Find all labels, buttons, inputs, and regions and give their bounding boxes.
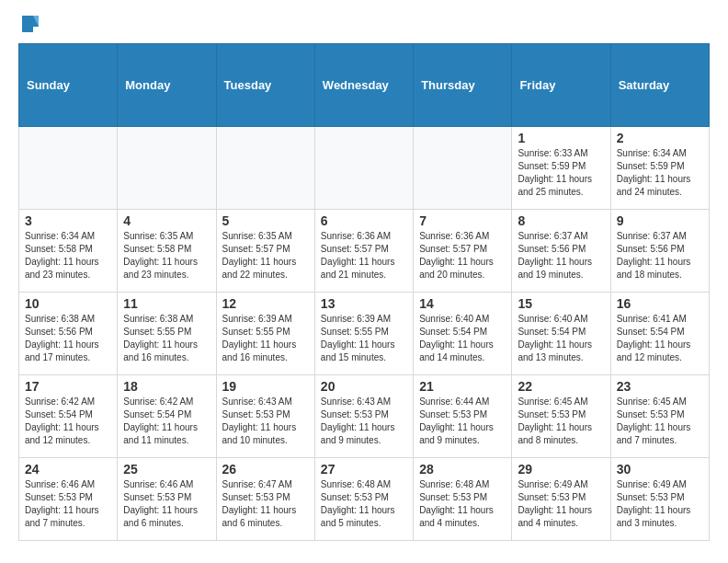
sunrise-label: Sunrise: 6:41 AM [617, 314, 687, 324]
day-info: Sunrise: 6:38 AM Sunset: 5:56 PM Dayligh… [25, 313, 111, 364]
calendar-cell: 11 Sunrise: 6:38 AM Sunset: 5:55 PM Dayl… [118, 293, 216, 375]
day-number: 14 [419, 296, 506, 311]
daylight-label: Daylight: 11 hours and 18 minutes. [617, 257, 691, 280]
sunrise-label: Sunrise: 6:38 AM [25, 314, 95, 324]
calendar-cell: 23 Sunrise: 6:45 AM Sunset: 5:53 PM Dayl… [610, 375, 709, 458]
sunrise-label: Sunrise: 6:36 AM [419, 231, 489, 241]
sunset-label: Sunset: 5:54 PM [518, 327, 586, 337]
calendar-cell: 30 Sunrise: 6:49 AM Sunset: 5:53 PM Dayl… [610, 458, 709, 541]
daylight-label: Daylight: 11 hours and 5 minutes. [321, 505, 395, 528]
day-number: 17 [25, 379, 111, 394]
sunrise-label: Sunrise: 6:43 AM [321, 396, 391, 407]
day-info: Sunrise: 6:35 AM Sunset: 5:58 PM Dayligh… [123, 230, 210, 282]
sunrise-label: Sunrise: 6:44 AM [419, 396, 489, 407]
sunset-label: Sunset: 5:53 PM [222, 409, 290, 419]
day-number: 27 [321, 462, 407, 477]
sunset-label: Sunset: 5:58 PM [25, 244, 93, 254]
day-number: 25 [123, 462, 210, 477]
day-number: 3 [25, 213, 111, 228]
calendar-cell: 1 Sunrise: 6:33 AM Sunset: 5:59 PM Dayli… [512, 127, 610, 210]
sunset-label: Sunset: 5:56 PM [617, 244, 685, 254]
day-number: 8 [518, 213, 604, 228]
day-header: Wednesday [314, 44, 413, 127]
daylight-label: Daylight: 11 hours and 12 minutes. [25, 422, 99, 445]
calendar-cell: 26 Sunrise: 6:47 AM Sunset: 5:53 PM Dayl… [216, 458, 314, 541]
day-header: Friday [512, 44, 610, 127]
day-number: 29 [518, 462, 604, 477]
sunset-label: Sunset: 5:54 PM [123, 409, 191, 419]
daylight-label: Daylight: 11 hours and 20 minutes. [419, 257, 494, 280]
sunset-label: Sunset: 5:56 PM [25, 327, 93, 337]
calendar-cell [414, 127, 512, 210]
day-header: Monday [118, 44, 216, 127]
calendar-cell [216, 127, 314, 210]
calendar-cell [118, 127, 216, 210]
daylight-label: Daylight: 11 hours and 4 minutes. [518, 505, 592, 528]
daylight-label: Daylight: 11 hours and 9 minutes. [419, 422, 494, 445]
day-info: Sunrise: 6:39 AM Sunset: 5:55 PM Dayligh… [321, 313, 407, 364]
sunrise-label: Sunrise: 6:43 AM [222, 396, 292, 407]
day-info: Sunrise: 6:33 AM Sunset: 5:59 PM Dayligh… [518, 147, 604, 199]
day-info: Sunrise: 6:46 AM Sunset: 5:53 PM Dayligh… [123, 478, 210, 530]
sunrise-label: Sunrise: 6:42 AM [123, 396, 193, 407]
day-info: Sunrise: 6:40 AM Sunset: 5:54 PM Dayligh… [419, 313, 506, 364]
sunrise-label: Sunrise: 6:42 AM [25, 396, 95, 407]
header [18, 14, 710, 34]
calendar-cell: 3 Sunrise: 6:34 AM Sunset: 5:58 PM Dayli… [19, 210, 118, 293]
sunset-label: Sunset: 5:59 PM [518, 161, 586, 171]
day-info: Sunrise: 6:37 AM Sunset: 5:56 PM Dayligh… [518, 230, 604, 282]
day-number: 21 [419, 379, 506, 394]
sunrise-label: Sunrise: 6:45 AM [617, 396, 687, 407]
calendar-cell: 9 Sunrise: 6:37 AM Sunset: 5:56 PM Dayli… [610, 210, 709, 293]
daylight-label: Daylight: 11 hours and 23 minutes. [25, 257, 99, 280]
sunrise-label: Sunrise: 6:39 AM [222, 314, 292, 324]
calendar-cell: 28 Sunrise: 6:48 AM Sunset: 5:53 PM Dayl… [414, 458, 512, 541]
sunset-label: Sunset: 5:53 PM [617, 409, 685, 419]
calendar-row: 10 Sunrise: 6:38 AM Sunset: 5:56 PM Dayl… [19, 293, 710, 375]
sunrise-label: Sunrise: 6:40 AM [419, 314, 489, 324]
sunrise-label: Sunrise: 6:38 AM [123, 314, 193, 324]
day-number: 28 [419, 462, 506, 477]
sunset-label: Sunset: 5:57 PM [321, 244, 389, 254]
sunset-label: Sunset: 5:57 PM [419, 244, 487, 254]
day-header: Saturday [610, 44, 709, 127]
day-number: 13 [321, 296, 407, 311]
day-number: 16 [617, 296, 703, 311]
day-number: 1 [518, 131, 604, 145]
day-info: Sunrise: 6:37 AM Sunset: 5:56 PM Dayligh… [617, 230, 703, 282]
calendar-row: 17 Sunrise: 6:42 AM Sunset: 5:54 PM Dayl… [19, 375, 710, 458]
daylight-label: Daylight: 11 hours and 15 minutes. [321, 339, 395, 362]
day-number: 23 [617, 379, 703, 394]
day-info: Sunrise: 6:44 AM Sunset: 5:53 PM Dayligh… [419, 396, 506, 447]
sunset-label: Sunset: 5:57 PM [222, 244, 290, 254]
day-header: Thursday [414, 44, 512, 127]
sunset-label: Sunset: 5:56 PM [518, 244, 586, 254]
day-number: 12 [222, 296, 309, 311]
day-number: 26 [222, 462, 309, 477]
day-info: Sunrise: 6:36 AM Sunset: 5:57 PM Dayligh… [321, 230, 407, 282]
day-info: Sunrise: 6:42 AM Sunset: 5:54 PM Dayligh… [25, 396, 111, 447]
day-header: Tuesday [216, 44, 314, 127]
daylight-label: Daylight: 11 hours and 10 minutes. [222, 422, 297, 445]
day-info: Sunrise: 6:35 AM Sunset: 5:57 PM Dayligh… [222, 230, 309, 282]
day-info: Sunrise: 6:49 AM Sunset: 5:53 PM Dayligh… [518, 478, 604, 530]
daylight-label: Daylight: 11 hours and 25 minutes. [518, 174, 592, 197]
sunset-label: Sunset: 5:53 PM [419, 492, 487, 502]
calendar-cell [314, 127, 413, 210]
day-info: Sunrise: 6:42 AM Sunset: 5:54 PM Dayligh… [123, 396, 210, 447]
sunrise-label: Sunrise: 6:35 AM [123, 231, 193, 241]
calendar-cell [19, 127, 118, 210]
calendar-table: SundayMondayTuesdayWednesdayThursdayFrid… [18, 43, 710, 541]
day-info: Sunrise: 6:46 AM Sunset: 5:53 PM Dayligh… [25, 478, 111, 530]
sunset-label: Sunset: 5:54 PM [419, 327, 487, 337]
sunrise-label: Sunrise: 6:36 AM [321, 231, 391, 241]
calendar-body: 1 Sunrise: 6:33 AM Sunset: 5:59 PM Dayli… [19, 127, 710, 541]
sunrise-label: Sunrise: 6:34 AM [25, 231, 95, 241]
sunrise-label: Sunrise: 6:35 AM [222, 231, 292, 241]
calendar-row: 3 Sunrise: 6:34 AM Sunset: 5:58 PM Dayli… [19, 210, 710, 293]
calendar-cell: 16 Sunrise: 6:41 AM Sunset: 5:54 PM Dayl… [610, 293, 709, 375]
calendar-cell: 4 Sunrise: 6:35 AM Sunset: 5:58 PM Dayli… [118, 210, 216, 293]
day-number: 19 [222, 379, 309, 394]
logo-arrow-icon [20, 14, 40, 34]
day-info: Sunrise: 6:39 AM Sunset: 5:55 PM Dayligh… [222, 313, 309, 364]
